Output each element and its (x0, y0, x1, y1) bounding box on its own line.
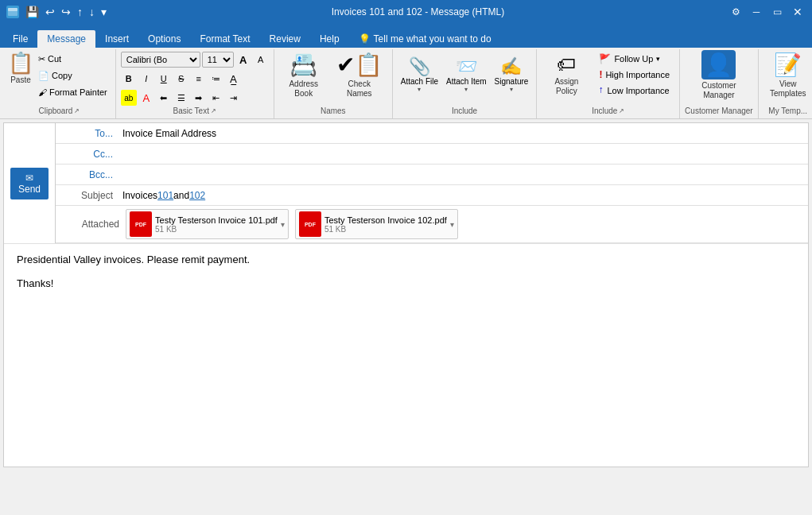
copy-button[interactable]: 📄 Copy (35, 68, 111, 83)
format-painter-icon: 🖌 (38, 87, 47, 97)
tags-expand-icon[interactable]: ↗ (619, 107, 624, 114)
tab-options[interactable]: Options (138, 30, 190, 48)
high-importance-button[interactable]: ! High Importance (594, 67, 674, 83)
paste-label: Paste (10, 76, 31, 84)
attach-item-icon: 📨 (456, 56, 477, 77)
assign-policy-button[interactable]: 🏷 Assign Policy (542, 51, 591, 99)
body-line-3: Thanks! (17, 277, 795, 289)
low-importance-button[interactable]: ↓ Low Importance (594, 83, 674, 99)
ribbon-tabs: File Message Insert Options Format Text … (0, 24, 812, 48)
tags-content: 🏷 Assign Policy 🚩 Follow Up ▾ ! High Imp… (542, 51, 674, 106)
send-button[interactable]: ✉ Send (10, 168, 49, 199)
undo-icon[interactable]: ↩ (44, 4, 56, 20)
lightbulb-icon: 💡 (359, 33, 371, 45)
subject-input[interactable]: Invoices 101 and 102 (119, 188, 808, 203)
bcc-field: Bcc... (56, 165, 808, 185)
highlight-button[interactable]: ab (121, 90, 137, 106)
tab-insert[interactable]: Insert (95, 30, 138, 48)
follow-up-dropdown[interactable]: ▾ (656, 55, 660, 63)
font-color-button[interactable]: A (138, 90, 154, 106)
high-importance-icon: ! (599, 69, 602, 80)
restore-button[interactable]: ▭ (769, 4, 785, 20)
align-right-button[interactable]: ➡ (191, 90, 207, 106)
strikethrough-button[interactable]: S (173, 71, 189, 87)
compose-wrapper: ✉ Send To... Cc... Bcc... Subject (3, 122, 809, 467)
cc-input[interactable] (119, 147, 808, 161)
attach-item-dropdown-icon[interactable]: ▾ (464, 86, 468, 93)
customer-manager-button[interactable]: 👤 Customer Manager (694, 51, 744, 99)
email-body[interactable]: Presidential Valley invoices. Please rem… (4, 244, 808, 467)
close-button[interactable]: ✕ (790, 4, 806, 20)
clipboard-label: Clipboard ↗ (38, 106, 80, 117)
settings-button[interactable]: ⚙ (728, 4, 744, 20)
paste-button[interactable]: 📋 Paste (8, 51, 33, 84)
underline-button[interactable]: U (156, 71, 172, 87)
cc-field: Cc... (56, 144, 808, 165)
increase-indent-button[interactable]: ⇥ (226, 90, 242, 106)
font-size-select[interactable]: 11 (202, 52, 234, 68)
clear-format-button[interactable]: A̲ (226, 71, 242, 87)
up-icon[interactable]: ↑ (76, 4, 84, 20)
redo-icon[interactable]: ↪ (60, 4, 72, 20)
signature-icon: ✍ (500, 56, 522, 77)
names-label: Names (321, 106, 346, 117)
attach-file-button[interactable]: 📎 Attach File ▾ (398, 51, 441, 99)
align-center-button[interactable]: ☰ (173, 90, 189, 106)
attached-row: Attached Testy Testerson Invoice 101.pdf… (56, 206, 808, 243)
cc-button[interactable]: Cc... (56, 147, 119, 161)
customer-manager-label: Customer Manager (685, 106, 753, 117)
clipboard-col: ✂ Cut 📄 Copy 🖌 Format Painter (35, 51, 111, 100)
save-icon[interactable]: 💾 (24, 4, 41, 20)
tab-file[interactable]: File (3, 30, 37, 48)
to-button[interactable]: To... (56, 126, 119, 141)
tab-format-text[interactable]: Format Text (190, 30, 259, 48)
address-book-button[interactable]: 📇 Address Book (279, 51, 328, 99)
attach-item-button[interactable]: 📨 Attach Item ▾ (443, 51, 490, 99)
font-shrink-button[interactable]: A (253, 52, 269, 68)
attachment-1[interactable]: Testy Testerson Invoice 101.pdf 51 KB ▾ (126, 209, 289, 239)
window-controls: ⚙ ─ ▭ ✕ (728, 4, 806, 20)
decrease-indent-button[interactable]: ⇤ (208, 90, 224, 106)
customize-icon[interactable]: ▾ (99, 4, 108, 20)
tab-message[interactable]: Message (37, 30, 95, 48)
check-names-button[interactable]: ✔📋 Check Names (332, 51, 387, 99)
bcc-input[interactable] (119, 168, 808, 182)
pdf-icon-1 (130, 211, 152, 237)
bcc-button[interactable]: Bcc... (56, 168, 119, 182)
attachment-1-name: Testy Testerson Invoice 101.pdf (155, 215, 278, 225)
font-grow-button[interactable]: A (235, 52, 251, 68)
attachment-1-dropdown[interactable]: ▾ (281, 220, 285, 229)
numbering-button[interactable]: ≔ (208, 71, 224, 87)
tags-label: Include ↗ (592, 106, 624, 117)
follow-up-button[interactable]: 🚩 Follow Up ▾ (594, 51, 674, 67)
attachment-2-dropdown[interactable]: ▾ (450, 220, 454, 229)
check-names-icon: ✔📋 (336, 52, 383, 78)
format-painter-button[interactable]: 🖌 Format Painter (35, 84, 111, 100)
signature-dropdown-icon[interactable]: ▾ (510, 86, 513, 93)
subject-102[interactable]: 102 (189, 190, 205, 201)
attachment-2-name: Testy Testerson Invoice 102.pdf (324, 215, 447, 225)
bold-button[interactable]: B (121, 71, 137, 87)
subject-prefix: Invoices (122, 190, 157, 201)
tab-tell-me[interactable]: 💡 Tell me what you want to do (349, 30, 501, 48)
cut-button[interactable]: ✂ Cut (35, 51, 111, 67)
align-left-button[interactable]: ⬅ (156, 90, 172, 106)
view-templates-button[interactable]: 📝 View Templates (763, 51, 812, 99)
svg-rect-1 (8, 8, 17, 11)
tab-help[interactable]: Help (310, 30, 349, 48)
clipboard-expand-icon[interactable]: ↗ (74, 107, 80, 114)
minimize-button[interactable]: ─ (748, 4, 764, 20)
bullets-button[interactable]: ≡ (191, 71, 207, 87)
subject-101[interactable]: 101 (157, 190, 173, 201)
tab-review[interactable]: Review (260, 30, 310, 48)
attachment-2[interactable]: Testy Testerson Invoice 102.pdf 51 KB ▾ (295, 209, 458, 239)
signature-button[interactable]: ✍ Signature ▾ (491, 51, 532, 99)
to-input[interactable] (119, 126, 808, 141)
title-bar-left: 💾 ↩ ↪ ↑ ↓ ▾ (6, 4, 108, 20)
down-icon[interactable]: ↓ (87, 4, 96, 20)
basic-text-expand-icon[interactable]: ↗ (211, 107, 216, 114)
attach-file-dropdown-icon[interactable]: ▾ (418, 86, 421, 93)
font-name-select[interactable]: Calibri (Bo (121, 52, 200, 68)
low-importance-icon: ↓ (599, 85, 604, 96)
italic-button[interactable]: I (138, 71, 154, 87)
